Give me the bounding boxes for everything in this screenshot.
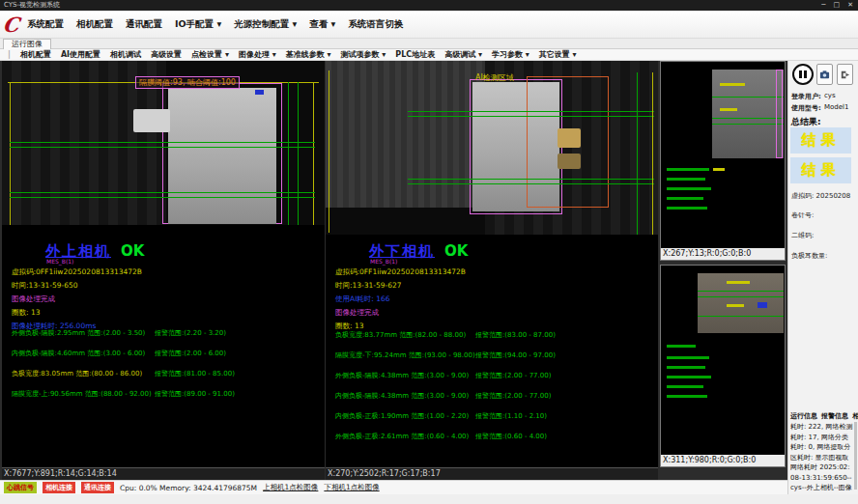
measurement-value: 隔膜宽度-上:90.56mm 范围:(88.00 - 92.00) — [12, 389, 152, 399]
measurement-alarm: 报警范围:(83.00 - 87.00) — [475, 330, 556, 340]
measurement-value: 内侧负极-正极:1.90mm 范围:(1.00 - 2.20) — [335, 411, 469, 421]
result-text-line — [667, 345, 696, 348]
tool-learn-params[interactable]: 学习参数 ▾ — [492, 49, 529, 60]
pause-button[interactable] — [792, 64, 814, 85]
result-box-2: 结果 — [790, 157, 851, 183]
maximize-icon[interactable]: □ — [834, 0, 841, 11]
blue-marker — [255, 90, 264, 95]
measure-line — [408, 183, 654, 184]
thumb-camera-view-2[interactable]: X:311;Y:980;R:0;G:0;B:0 — [660, 265, 786, 467]
process-status-line: 图像处理完成 — [335, 308, 379, 318]
tool-camera-config[interactable]: 相机配置 — [20, 49, 51, 60]
menu-view[interactable]: 查看 ▾ — [309, 18, 335, 31]
left-camera-view[interactable]: 隔膜阈值:93, 啮合阈值:100 外上相机 OK MES_B(1) 虚拟码:0… — [2, 61, 325, 480]
measurement-value: 外侧负极-隔膜:4.38mm 范围:(3.00 - 9.00) — [335, 371, 469, 380]
result-text-line — [667, 197, 703, 200]
login-user-label: 登录用户: — [791, 93, 821, 100]
result-text-line — [667, 376, 711, 378]
tool-ai-config[interactable]: AI使用配置 — [61, 49, 100, 60]
menu-camera-config[interactable]: 相机配置 — [76, 18, 113, 31]
tool-advanced-debug[interactable]: 高级调试 ▾ — [444, 49, 482, 60]
electrode-tab — [133, 109, 170, 132]
edge-line-right — [652, 72, 653, 235]
measurement-value: 外侧负极-正极:2.61mm 范围:(0.60 - 4.00) — [335, 432, 469, 441]
thumb2-image[interactable] — [698, 273, 784, 333]
app-window: CYS-视觉检测系统 ─ □ ✕ C 系统配置 相机配置 通讯配置 IO手配置 … — [0, 0, 858, 504]
upper-camera-check-link[interactable]: 上相机1点检图像 — [263, 483, 318, 492]
tool-other-settings[interactable]: 其它设置 ▾ — [539, 49, 577, 60]
close-icon[interactable]: ✕ — [847, 0, 853, 11]
menu-comm-config[interactable]: 通讯配置 — [126, 18, 162, 31]
thumb-camera-view-1[interactable]: X:267;Y:13;R:0;G:0;B:0 — [660, 61, 786, 261]
middle-camera-view[interactable]: AI检测区域 外下相机 OK MES_B(1) 虚拟码:0FF1iiw20250… — [326, 61, 658, 480]
info-tab-run[interactable]: 运行信息 — [790, 411, 817, 421]
tab-strip: 运行图像 — [0, 39, 858, 49]
menu-io-config[interactable]: IO手配置 ▾ — [175, 18, 221, 31]
measure-line — [408, 111, 654, 112]
lower-camera-check-link[interactable]: 下相机1点检图像 — [324, 483, 379, 492]
tab-run-image[interactable]: 运行图像 — [3, 39, 51, 49]
model-label: 使用型号: — [791, 104, 821, 112]
measurement-alarm: 报警范围:(2.00 - 77.00) — [475, 371, 551, 380]
app-logo-icon: C — [1, 13, 23, 36]
tool-advanced-settings[interactable]: 高级设置 — [151, 49, 182, 60]
result-text-line — [667, 366, 705, 369]
result-text-line — [667, 356, 709, 359]
tab-count-label: 负极耳数量: — [791, 251, 827, 261]
result-ok-label: OK — [121, 242, 144, 260]
window-title: CYS-视觉检测系统 — [4, 0, 60, 11]
threshold-overlay: 隔膜阈值:93, 啮合阈值:100 — [135, 76, 240, 89]
result-box-1: 结果 — [790, 127, 851, 154]
measure-line-vertical — [298, 82, 299, 225]
measure-line-vertical — [637, 72, 638, 235]
measurement-alarm: 报警范围:(1.10 - 2.10) — [475, 411, 547, 421]
info-tab-alarm[interactable]: 报警信息 — [821, 411, 848, 421]
tool-baseline-params[interactable]: 基准线参数 ▾ — [286, 49, 331, 60]
measurement-value: 外侧负极-隔膜:2.95mm 范围:(2.00 - 3.50) — [12, 328, 145, 338]
minimize-icon[interactable]: ─ — [821, 0, 825, 11]
main-workspace: 隔膜阈值:93, 啮合阈值:100 外上相机 OK MES_B(1) 虚拟码:0… — [0, 61, 787, 480]
info-tab-camera[interactable]: 相机信息 — [852, 411, 858, 421]
log-scrollbar[interactable] — [854, 422, 857, 490]
left-camera-image[interactable]: 隔膜阈值:93, 啮合阈值:100 — [2, 61, 325, 225]
measurement-alarm: 报警范围:(81.00 - 85.00) — [155, 369, 235, 378]
measure-line — [408, 179, 654, 180]
result-text-line — [667, 395, 707, 398]
result-text-line — [667, 385, 703, 388]
virtual-code-row: 虚拟码: 20250208 — [791, 191, 850, 201]
result-text-line — [667, 168, 709, 171]
menu-language[interactable]: 系统语言切换 — [348, 18, 403, 31]
menu-system-config[interactable]: 系统配置 — [27, 18, 64, 31]
machine-background — [326, 61, 485, 208]
measurement-value: 负极宽度:83.05mm 范围:(80.00 - 86.00) — [12, 369, 142, 378]
logout-button[interactable] — [837, 64, 853, 85]
pixel-coords-readout: X:270;Y:2502;R:17;G:17;B:17 — [326, 467, 658, 480]
camera-capture-button[interactable] — [816, 64, 833, 85]
result-text-line — [667, 178, 705, 181]
login-user-value: cys — [824, 92, 836, 99]
middle-camera-image[interactable]: AI检测区域 — [326, 61, 658, 235]
tool-spot-check[interactable]: 点检设置 ▾ — [191, 49, 229, 60]
result-text-line — [713, 168, 725, 171]
measure-line — [10, 147, 315, 148]
measurement-alarm: 报警范围:(94.00 - 97.00) — [475, 350, 556, 360]
tool-plc-table[interactable]: PLC地址表 — [395, 49, 435, 60]
measure-line — [10, 192, 315, 193]
result-text-line — [667, 187, 711, 190]
thumb1-image[interactable] — [712, 70, 784, 158]
menu-light-config[interactable]: 光源控制配置 ▾ — [234, 18, 297, 31]
pause-icon — [804, 70, 807, 78]
tool-image-process[interactable]: 图像处理 ▾ — [239, 49, 276, 60]
ai-region-label: AI检测区域 — [475, 72, 514, 83]
comm-connection-badge: 通讯连接 — [81, 482, 114, 493]
tool-test-params[interactable]: 测试项参数 ▾ — [341, 49, 386, 60]
loop-count-line: 圈数: 13 — [12, 308, 40, 318]
result-ok-label: OK — [444, 242, 468, 260]
qr-code-label: 二维码: — [791, 231, 814, 240]
measurement-value: 负极宽度:83.77mm 范围:(82.00 - 88.00) — [335, 330, 466, 340]
tool-camera-debug[interactable]: 相机调试 — [110, 49, 141, 60]
pixel-coords-readout: X:7677;Y:891;R:14;G:14;B:14 — [2, 467, 325, 480]
side-panel: 登录用户: cys 使用型号: Model1 总结果: 结果 结果 虚拟码: 2… — [787, 61, 858, 494]
measure-line — [10, 142, 315, 143]
footer-strip — [0, 494, 858, 504]
